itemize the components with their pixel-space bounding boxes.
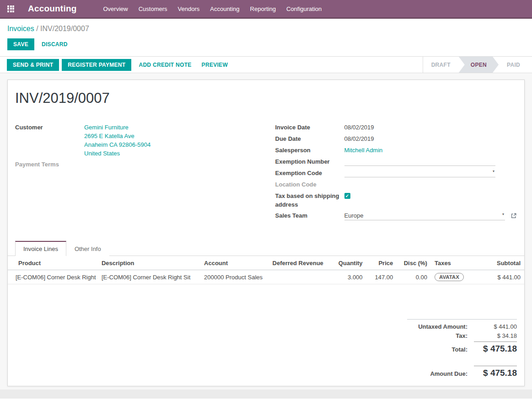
breadcrumb-separator: /: [36, 25, 40, 32]
customer-label: Customer: [15, 123, 84, 132]
apps-grid-icon[interactable]: [7, 5, 14, 12]
invoice-date-label: Invoice Date: [275, 123, 344, 132]
amount-due-value: $ 475.18: [474, 366, 517, 378]
menu-accounting[interactable]: Accounting: [210, 5, 239, 12]
fields-left-column: Customer Gemini Furniture 2695 E Katella…: [15, 123, 266, 223]
exemption-code-select[interactable]: ▾: [344, 169, 496, 177]
invoice-date-value[interactable]: 08/02/2019: [344, 123, 517, 132]
cell-product[interactable]: [E-COM06] Corner Desk Right Sit: [8, 270, 98, 284]
tab-other-info[interactable]: Other Info: [66, 241, 109, 256]
exemption-number-input[interactable]: [344, 157, 496, 166]
customer-value: Gemini Furniture 2695 E Katella Ave Anah…: [84, 123, 266, 158]
notebook-tabs: Invoice Lines Other Info: [8, 241, 524, 256]
tab-invoice-lines[interactable]: Invoice Lines: [15, 241, 66, 256]
total-value: $ 475.18: [474, 341, 517, 354]
col-price[interactable]: Price: [366, 256, 397, 270]
customer-name-link[interactable]: Gemini Furniture: [84, 123, 245, 132]
menu-vendors[interactable]: Vendors: [178, 5, 200, 12]
amount-due-row: Amount Due: $ 475.18: [407, 366, 517, 378]
salesperson-label: Salesperson: [275, 146, 344, 155]
add-credit-note-button[interactable]: ADD CREDIT NOTE: [139, 62, 191, 68]
field-location-code: Location Code: [275, 180, 517, 189]
app-title[interactable]: Accounting: [28, 4, 77, 14]
external-link-icon[interactable]: [511, 213, 517, 219]
field-salesperson: Salesperson Mitchell Admin: [275, 146, 517, 155]
invoice-lines-table: Product Description Account Deferred Rev…: [8, 256, 524, 284]
save-button[interactable]: SAVE: [7, 38, 34, 50]
field-due-date: Due Date 08/02/2019: [275, 134, 517, 144]
page-footer-strip: [0, 389, 532, 399]
cell-account[interactable]: 200000 Product Sales: [200, 270, 269, 284]
col-taxes[interactable]: Taxes: [431, 256, 475, 270]
customer-address-line-3[interactable]: United States: [84, 149, 245, 158]
sales-team-label: Sales Team: [275, 211, 344, 220]
tax-label: Tax:: [407, 332, 474, 339]
content-area: INV/2019/0007 Customer Gemini Furniture …: [0, 73, 532, 389]
menu-overview[interactable]: Overview: [103, 5, 128, 12]
location-code-label: Location Code: [275, 180, 344, 189]
sales-team-select[interactable]: Europe ▾: [344, 211, 505, 220]
exemption-number-label: Exemption Number: [275, 157, 344, 166]
tax-shipping-checkbox[interactable]: ✓: [344, 193, 350, 199]
app-menu: Overview Customers Vendors Accounting Re…: [103, 5, 322, 12]
invoice-number-title[interactable]: INV/2019/0007: [15, 90, 517, 107]
fields-right-column: Invoice Date 08/02/2019 Due Date 08/02/2…: [266, 123, 517, 223]
col-account[interactable]: Account: [200, 256, 269, 270]
action-toolbar: SEND & PRINT REGISTER PAYMENT ADD CREDIT…: [0, 56, 532, 73]
status-draft[interactable]: DRAFT: [423, 57, 459, 73]
field-sales-team: Sales Team Europe ▾: [275, 211, 517, 220]
customer-address-line-1[interactable]: 2695 E Katella Ave: [84, 132, 245, 140]
total-row: Total: $ 475.18: [407, 341, 517, 354]
due-date-label: Due Date: [275, 134, 344, 143]
field-tax-based-on-shipping: Tax based on shipping address ✓: [275, 192, 517, 209]
table-header-row: Product Description Account Deferred Rev…: [8, 256, 524, 270]
untaxed-amount-row: Untaxed Amount: $ 441.00: [407, 323, 517, 330]
menu-customers[interactable]: Customers: [139, 5, 167, 12]
send-print-button[interactable]: SEND & PRINT: [7, 59, 59, 71]
cell-taxes: AVATAX: [431, 270, 475, 284]
sales-team-value: Europe: [344, 212, 364, 219]
salesperson-value-link[interactable]: Mitchell Admin: [344, 147, 383, 154]
totals-panel: Untaxed Amount: $ 441.00 Tax: $ 34.18 To…: [407, 319, 517, 380]
chevron-down-icon[interactable]: ▾: [493, 167, 494, 176]
cell-description[interactable]: [E-COM06] Corner Desk Right Sit: [98, 270, 200, 284]
amount-due-label: Amount Due:: [407, 370, 474, 377]
statusbar: DRAFT OPEN PAID: [423, 57, 532, 73]
field-exemption-number: Exemption Number: [275, 157, 517, 166]
table-row[interactable]: [E-COM06] Corner Desk Right Sit [E-COM06…: [8, 270, 524, 284]
tax-value: $ 34.18: [474, 332, 517, 339]
field-payment-terms: Payment Terms: [15, 160, 266, 169]
top-navbar: Accounting Overview Customers Vendors Ac…: [0, 0, 532, 19]
register-payment-button[interactable]: REGISTER PAYMENT: [62, 59, 131, 71]
breadcrumb-invoices-link[interactable]: Invoices: [7, 25, 34, 32]
status-paid[interactable]: PAID: [499, 57, 528, 73]
payment-terms-label: Payment Terms: [15, 160, 84, 169]
total-label: Total:: [407, 346, 474, 353]
customer-address-line-2[interactable]: Anaheim CA 92806-5904: [84, 140, 245, 149]
tax-shipping-label: Tax based on shipping address: [275, 192, 344, 209]
cell-price[interactable]: 147.00: [366, 270, 397, 284]
menu-reporting[interactable]: Reporting: [250, 5, 276, 12]
due-date-value[interactable]: 08/02/2019: [344, 134, 517, 143]
tax-badge[interactable]: AVATAX: [435, 273, 464, 281]
cell-deferred-revenue[interactable]: [269, 270, 328, 284]
col-product[interactable]: Product: [8, 256, 98, 270]
preview-button[interactable]: PREVIEW: [202, 62, 228, 68]
untaxed-amount-value: $ 441.00: [474, 323, 517, 330]
col-description[interactable]: Description: [98, 256, 200, 270]
chevron-down-icon[interactable]: ▾: [502, 210, 504, 219]
control-panel: Invoices / INV/2019/0007 SAVE DISCARD: [0, 19, 532, 56]
col-deferred-revenue[interactable]: Deferred Revenue: [269, 256, 328, 270]
menu-configuration[interactable]: Configuration: [286, 5, 322, 12]
discard-button[interactable]: DISCARD: [42, 41, 68, 48]
col-disc[interactable]: Disc (%): [397, 256, 431, 270]
cell-subtotal[interactable]: $ 441.00: [475, 270, 524, 284]
col-quantity[interactable]: Quantity: [328, 256, 366, 270]
cell-quantity[interactable]: 3.000: [328, 270, 366, 284]
status-open[interactable]: OPEN: [459, 57, 499, 73]
breadcrumb: Invoices / INV/2019/0007: [7, 24, 525, 33]
untaxed-amount-label: Untaxed Amount:: [407, 323, 474, 330]
col-subtotal[interactable]: Subtotal: [475, 256, 524, 270]
cell-disc[interactable]: 0.00: [397, 270, 431, 284]
field-customer: Customer Gemini Furniture 2695 E Katella…: [15, 123, 266, 158]
